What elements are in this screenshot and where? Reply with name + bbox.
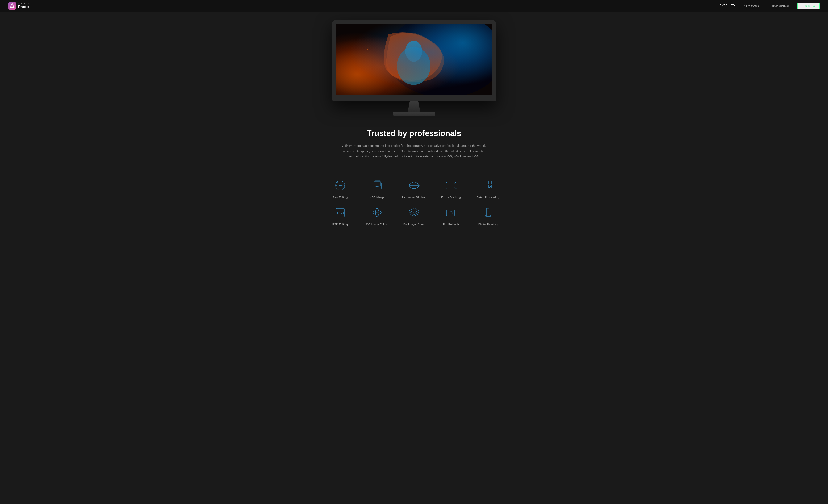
svg-point-10: [462, 40, 462, 41]
hero-section: [0, 12, 828, 116]
svg-rect-50: [447, 210, 454, 216]
monitor-neck: [404, 101, 425, 112]
svg-line-19: [337, 182, 338, 183]
svg-text:PSD: PSD: [337, 211, 344, 215]
navigation: AFFINITY Photo OVERVIEW NEW FOR 1.7 TECH…: [0, 0, 828, 12]
batch-processing-label: Batch Processing: [477, 196, 499, 199]
nav-new17[interactable]: NEW FOR 1.7: [743, 4, 762, 8]
svg-rect-40: [484, 185, 487, 188]
brand-text: AFFINITY Photo: [18, 3, 30, 9]
svg-line-20: [343, 188, 343, 189]
nav-techspecs[interactable]: TECH SPECS: [771, 4, 789, 8]
nav-links: OVERVIEW NEW FOR 1.7 TECH SPECS BUY NOW: [719, 3, 820, 9]
monitor-wrapper: [332, 20, 496, 116]
svg-rect-38: [484, 181, 487, 184]
svg-rect-39: [489, 181, 491, 184]
batch-processing-icon: [481, 178, 495, 193]
features-grid: RAW Raw Editing HDR HDR Merge Panoram: [320, 178, 509, 238]
brand-logo[interactable]: AFFINITY Photo: [8, 2, 30, 10]
svg-point-51: [450, 212, 452, 214]
feature-hdr-merge: HDR HDR Merge: [361, 178, 394, 199]
digital-painting-icon: [481, 205, 495, 220]
svg-rect-30: [447, 183, 455, 185]
section-description: Affinity Photo has become the first choi…: [340, 143, 488, 159]
feature-focus-stacking: Focus Stacking: [435, 178, 467, 199]
monitor-chin: [336, 95, 492, 101]
svg-line-21: [343, 182, 343, 183]
buy-now-button[interactable]: BUY NOW: [797, 3, 820, 9]
feature-panorama: Panorama Stitching: [398, 178, 430, 199]
raw-editing-label: Raw Editing: [332, 196, 348, 199]
focus-stacking-icon: [444, 178, 458, 193]
svg-point-11: [472, 45, 473, 45]
focus-stacking-label: Focus Stacking: [441, 196, 461, 199]
svg-text:HDR: HDR: [375, 185, 379, 187]
psd-editing-icon: PSD: [333, 205, 347, 220]
monitor-base: [393, 112, 435, 116]
nav-overview[interactable]: OVERVIEW: [719, 4, 735, 8]
digital-painting-label: Digital Painting: [479, 223, 498, 226]
svg-point-9: [373, 43, 374, 43]
svg-line-22: [337, 188, 338, 189]
raw-editing-icon: RAW: [333, 178, 347, 193]
content-section: Trusted by professionals Affinity Photo …: [332, 116, 496, 178]
feature-digital-painting: Digital Painting: [472, 205, 504, 226]
feature-360-editing: 360° 360 Image Editing: [361, 205, 394, 226]
feature-pro-retouch: Pro Retouch: [435, 205, 467, 226]
pro-retouch-label: Pro Retouch: [443, 223, 459, 226]
svg-point-4: [336, 24, 445, 95]
svg-text:RAW: RAW: [339, 185, 343, 187]
svg-point-12: [357, 65, 358, 66]
svg-point-8: [367, 49, 368, 50]
svg-point-7: [405, 41, 422, 62]
hdr-merge-label: HDR Merge: [370, 196, 384, 199]
multi-layer-icon: [407, 205, 421, 220]
multi-layer-label: Multi Layer Comp: [403, 223, 425, 226]
feature-multi-layer: Multi Layer Comp: [398, 205, 430, 226]
svg-rect-26: [375, 180, 380, 184]
feature-psd-editing: PSD PSD Editing: [324, 205, 357, 226]
svg-point-13: [483, 65, 484, 66]
section-title: Trusted by professionals: [336, 129, 492, 138]
affinity-logo-icon: [8, 2, 16, 10]
svg-rect-41: [489, 185, 491, 188]
svg-point-5: [386, 24, 492, 95]
360-editing-label: 360 Image Editing: [366, 223, 389, 226]
monitor-screen: [336, 24, 492, 95]
panorama-label: Panorama Stitching: [402, 196, 426, 199]
pro-retouch-icon: [444, 205, 458, 220]
svg-point-6: [397, 47, 430, 85]
360-editing-icon: 360°: [370, 205, 384, 220]
svg-marker-49: [410, 208, 419, 213]
svg-rect-3: [336, 24, 492, 95]
hero-image: [336, 24, 492, 95]
feature-raw-editing: RAW Raw Editing: [324, 178, 357, 199]
panorama-icon: [407, 178, 421, 193]
monitor: [332, 20, 496, 101]
svg-text:360°: 360°: [375, 212, 379, 214]
svg-point-46: [376, 208, 378, 209]
feature-batch-processing: Batch Processing: [472, 178, 504, 199]
svg-rect-31: [447, 186, 455, 188]
hdr-merge-icon: HDR: [370, 178, 384, 193]
brand-photo: Photo: [18, 5, 30, 9]
monitor-stand: [332, 101, 496, 116]
psd-editing-label: PSD Editing: [332, 223, 348, 226]
